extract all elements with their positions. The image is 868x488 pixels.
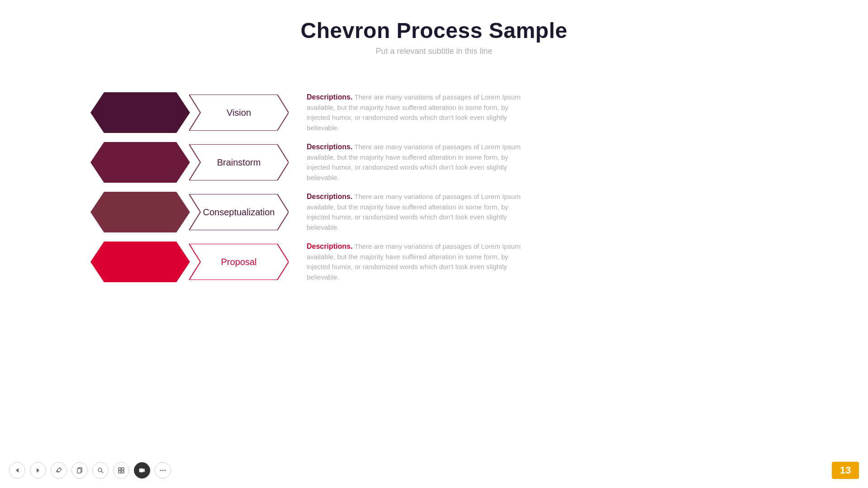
svg-point-18: [98, 468, 102, 472]
chevron-left-brainstorm: [90, 142, 190, 183]
edit-button[interactable]: [51, 462, 67, 479]
svg-point-26: [160, 470, 161, 471]
svg-rect-21: [122, 468, 124, 470]
svg-line-19: [101, 471, 103, 473]
copy-button[interactable]: [71, 462, 88, 479]
svg-rect-17: [77, 469, 81, 473]
prev-button[interactable]: [9, 462, 25, 479]
video-button[interactable]: [134, 462, 150, 479]
row-label-brainstorm: Brainstorm: [217, 157, 261, 168]
chevron-right-conseptualization: Conseptualization: [189, 194, 289, 230]
row-conseptualization: Conseptualization Descriptions. There ar…: [90, 192, 778, 232]
svg-marker-15: [37, 468, 39, 473]
chevron-right-brainstorm: Brainstorm: [189, 144, 289, 180]
row-proposal: Proposal Descriptions. There are many va…: [90, 242, 778, 282]
description-vision: Descriptions. There are many variations …: [307, 92, 533, 133]
page-title: Chevron Process Sample: [0, 18, 868, 43]
row-label-proposal: Proposal: [221, 257, 257, 267]
chevron-right-vision: Vision: [189, 95, 289, 131]
svg-rect-23: [122, 471, 124, 473]
toolbar-buttons: [9, 462, 171, 479]
description-brainstorm: Descriptions. There are many variations …: [307, 142, 533, 183]
svg-marker-25: [143, 469, 145, 472]
next-button[interactable]: [30, 462, 46, 479]
process-list: Vision Descriptions. There are many vari…: [0, 56, 868, 282]
chevron-left-proposal: [90, 242, 190, 282]
page-number: 13: [832, 462, 859, 479]
desc-title-proposal: Descriptions.: [307, 242, 352, 250]
svg-rect-22: [119, 471, 121, 473]
svg-point-27: [162, 470, 164, 471]
chevron-left-vision: [90, 92, 190, 133]
row-brainstorm: Brainstorm Descriptions. There are many …: [90, 142, 778, 183]
bottom-toolbar: 13: [0, 462, 868, 479]
row-label-conseptualization: Conseptualization: [203, 207, 275, 218]
svg-marker-14: [16, 468, 19, 473]
desc-title-conseptualization: Descriptions.: [307, 193, 352, 200]
description-conseptualization: Descriptions. There are many variations …: [307, 192, 533, 232]
svg-point-28: [165, 470, 166, 471]
page-header: Chevron Process Sample Put a relevant su…: [0, 0, 868, 56]
desc-title-brainstorm: Descriptions.: [307, 143, 352, 151]
svg-rect-20: [119, 468, 121, 470]
chevron-left-conseptualization: [90, 192, 190, 232]
desc-title-vision: Descriptions.: [307, 93, 352, 101]
row-vision: Vision Descriptions. There are many vari…: [90, 92, 778, 133]
page-subtitle: Put a relevant subtitle in this line: [0, 47, 868, 56]
zoom-button[interactable]: [92, 462, 109, 479]
more-button[interactable]: [155, 462, 171, 479]
svg-rect-24: [139, 469, 143, 472]
layout-button[interactable]: [113, 462, 129, 479]
chevron-right-proposal: Proposal: [189, 244, 289, 280]
row-label-vision: Vision: [227, 108, 251, 118]
description-proposal: Descriptions. There are many variations …: [307, 242, 533, 282]
